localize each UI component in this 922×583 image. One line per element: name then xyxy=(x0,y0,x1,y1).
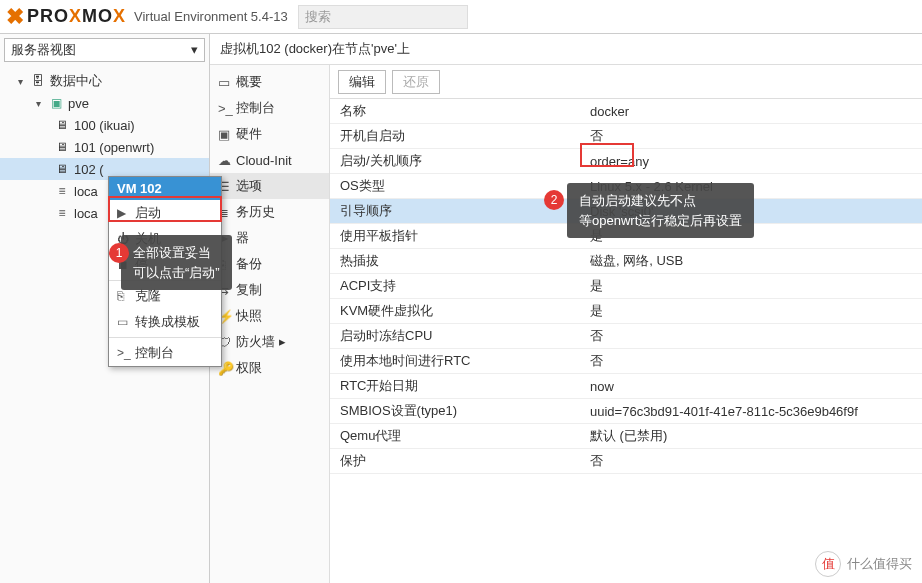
logo-post: MO xyxy=(82,6,113,27)
option-value: 磁盘, 网络, USB xyxy=(590,252,912,270)
tab-item[interactable]: 🔑权限 xyxy=(210,355,329,381)
tab-label: 防火墙 ▸ xyxy=(236,333,286,351)
logo-x2: X xyxy=(113,6,126,27)
menu-icon: ▭ xyxy=(117,315,135,329)
option-key: ACPI支持 xyxy=(340,277,590,295)
logo-x-icon: ✖ xyxy=(6,4,25,30)
tab-label: 概要 xyxy=(236,73,262,91)
option-key: RTC开始日期 xyxy=(340,377,590,395)
tab-label: 权限 xyxy=(236,359,262,377)
option-key: 热插拔 xyxy=(340,252,590,270)
menu-item[interactable]: ▶启动 xyxy=(109,200,221,226)
option-row[interactable]: 启动/关机顺序order=any xyxy=(330,149,922,174)
callout-badge-1: 1 xyxy=(109,243,129,263)
main-panel: 编辑 还原 名称docker开机自启动否启动/关机顺序order=anyOS类型… xyxy=(330,65,922,583)
tab-item[interactable]: ≣务历史 xyxy=(210,199,329,225)
tip-line: 全部设置妥当 xyxy=(133,243,220,263)
option-value: order=any xyxy=(590,154,912,169)
tab-item[interactable]: ▣硬件 xyxy=(210,121,329,147)
menu-item[interactable]: >_控制台 xyxy=(109,340,221,366)
option-row[interactable]: 使用本地时间进行RTC否 xyxy=(330,349,922,374)
tab-label: 快照 xyxy=(236,307,262,325)
tip-line: 等openwrt运行稳定后再设置 xyxy=(579,211,742,231)
view-selector[interactable]: 服务器视图 ▾ xyxy=(4,38,205,62)
callout-badge-2: 2 xyxy=(544,190,564,210)
option-row[interactable]: KVM硬件虚拟化是 xyxy=(330,299,922,324)
option-key: 名称 xyxy=(340,102,590,120)
option-value: 否 xyxy=(590,352,912,370)
option-value: 否 xyxy=(590,127,912,145)
option-key: 保护 xyxy=(340,452,590,470)
tree-vm-101[interactable]: 101 (openwrt) xyxy=(0,136,209,158)
option-value: 否 xyxy=(590,452,912,470)
logo: ✖ PROXMOX xyxy=(6,4,126,30)
option-row[interactable]: Qemu代理默认 (已禁用) xyxy=(330,424,922,449)
tab-item[interactable]: 🛡防火墙 ▸ xyxy=(210,329,329,355)
option-key: 使用平板指针 xyxy=(340,227,590,245)
watermark-text: 什么值得买 xyxy=(847,555,912,573)
option-row[interactable]: 名称docker xyxy=(330,99,922,124)
option-row[interactable]: SMBIOS设置(type1)uuid=76c3bd91-401f-41e7-8… xyxy=(330,399,922,424)
option-row[interactable]: 启动时冻结CPU否 xyxy=(330,324,922,349)
context-menu-header: VM 102 xyxy=(109,177,221,200)
toolbar: 编辑 还原 xyxy=(330,65,922,99)
tab-label: Cloud-Init xyxy=(236,153,292,168)
callout-tip-1: 全部设置妥当 可以点击“启动” xyxy=(121,235,232,290)
tab-item[interactable]: ▭概要 xyxy=(210,69,329,95)
collapse-icon[interactable]: ▾ xyxy=(36,98,48,109)
option-row[interactable]: RTC开始日期now xyxy=(330,374,922,399)
tab-label: 务历史 xyxy=(236,203,275,221)
option-value: 否 xyxy=(590,327,912,345)
tab-label: 复制 xyxy=(236,281,262,299)
option-row[interactable]: 热插拔磁盘, 网络, USB xyxy=(330,249,922,274)
watermark-icon: 值 xyxy=(815,551,841,577)
option-key: 启动时冻结CPU xyxy=(340,327,590,345)
chevron-down-icon: ▾ xyxy=(191,39,198,61)
search-input[interactable]: 搜索 xyxy=(298,5,468,29)
tip-line: 可以点击“启动” xyxy=(133,263,220,283)
server-icon xyxy=(48,96,64,110)
app-header: ✖ PROXMOX Virtual Environment 5.4-13 搜索 xyxy=(0,0,922,34)
option-row[interactable]: 开机自启动否 xyxy=(330,124,922,149)
vm-icon xyxy=(54,162,70,176)
tree-label: 100 (ikuai) xyxy=(74,118,135,133)
menu-item[interactable]: ▭转换成模板 xyxy=(109,309,221,335)
option-key: 使用本地时间进行RTC xyxy=(340,352,590,370)
option-value: uuid=76c3bd91-401f-41e7-811c-5c36e9b46f9… xyxy=(590,404,912,419)
tree-vm-100[interactable]: 100 (ikuai) xyxy=(0,114,209,136)
tab-label: 器 xyxy=(236,229,249,247)
menu-icon: ▶ xyxy=(117,206,135,220)
tab-item[interactable]: ⚡快照 xyxy=(210,303,329,329)
revert-button[interactable]: 还原 xyxy=(392,70,440,94)
option-key: 开机自启动 xyxy=(340,127,590,145)
menu-label: 启动 xyxy=(135,204,161,222)
menu-icon: ⎘ xyxy=(117,289,135,303)
tab-item[interactable]: >_控制台 xyxy=(210,95,329,121)
option-value: now xyxy=(590,379,912,394)
menu-label: 转换成模板 xyxy=(135,313,200,331)
collapse-icon[interactable]: ▾ xyxy=(18,76,30,87)
content-title: 虚拟机102 (docker)在节点'pve'上 xyxy=(210,34,922,65)
tip-line: 自动启动建议先不点 xyxy=(579,191,742,211)
option-value: 是 xyxy=(590,277,912,295)
storage-icon xyxy=(54,206,70,220)
option-row[interactable]: 保护否 xyxy=(330,449,922,474)
tab-label: 选项 xyxy=(236,177,262,195)
view-label: 服务器视图 xyxy=(11,39,76,61)
tab-item[interactable]: ☁Cloud-Init xyxy=(210,147,329,173)
tab-icon: ☁ xyxy=(218,153,236,168)
vm-icon xyxy=(54,140,70,154)
tree-label: loca xyxy=(74,184,98,199)
tree-label: 102 ( xyxy=(74,162,104,177)
menu-label: 控制台 xyxy=(135,344,174,362)
tree-node-pve[interactable]: ▾ pve xyxy=(0,92,209,114)
tree-datacenter[interactable]: ▾ 数据中心 xyxy=(0,70,209,92)
callout-tip-2: 自动启动建议先不点 等openwrt运行稳定后再设置 xyxy=(567,183,754,238)
edit-button[interactable]: 编辑 xyxy=(338,70,386,94)
option-row[interactable]: ACPI支持是 xyxy=(330,274,922,299)
menu-icon: >_ xyxy=(117,346,135,360)
tree-label: 数据中心 xyxy=(50,72,102,90)
option-key: Qemu代理 xyxy=(340,427,590,445)
tab-item[interactable]: ☰选项 xyxy=(210,173,329,199)
tree-label: loca xyxy=(74,206,98,221)
